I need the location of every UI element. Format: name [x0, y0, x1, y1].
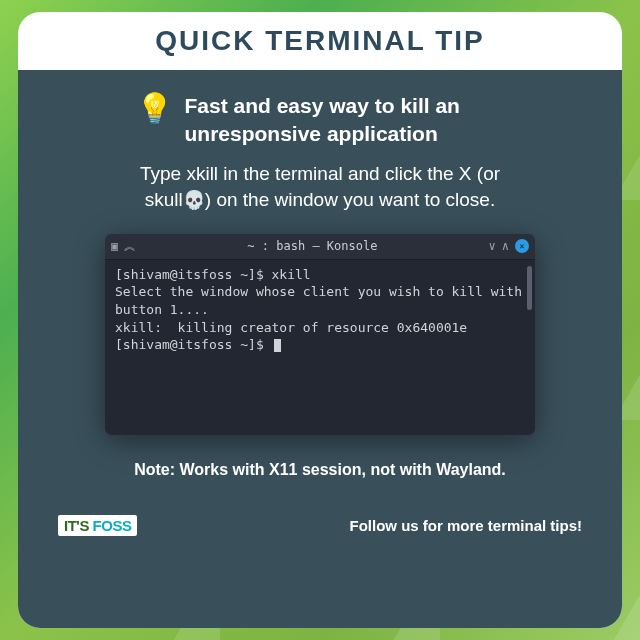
chevron-up-double-icon[interactable]: ︽ — [124, 238, 136, 255]
logo-its: IT'S — [64, 517, 89, 534]
headline-row: 💡 Fast and easy way to kill an unrespons… — [136, 92, 505, 149]
skull-icon: 💀 — [183, 191, 205, 211]
scrollbar-thumb[interactable] — [527, 266, 532, 310]
tip-note: Note: Works with X11 session, not with W… — [134, 461, 506, 479]
tip-instruction: Type xkill in the terminal and click the… — [130, 161, 510, 214]
card-footer: IT'S FOSS Follow us for more terminal ti… — [48, 479, 592, 536]
terminal-line: xkill: killing creator of resource 0x640… — [115, 319, 525, 337]
itsfoss-logo: IT'S FOSS — [58, 515, 137, 536]
terminal-window: ▣ ︽ ~ : bash — Konsole ∨ ∧ ✕ [shivam@its… — [105, 234, 535, 435]
terminal-app-icon: ▣ — [111, 239, 118, 253]
terminal-line: [shivam@itsfoss ~]$ xkill — [115, 266, 525, 284]
terminal-line: Select the window whose client you wish … — [115, 283, 525, 318]
follow-cta: Follow us for more terminal tips! — [349, 517, 582, 534]
page-title: QUICK TERMINAL TIP — [155, 25, 484, 57]
instruction-text-post: ) on the window you want to close. — [205, 189, 495, 210]
card-main: 💡 Fast and easy way to kill an unrespons… — [18, 70, 622, 628]
terminal-prompt: [shivam@itsfoss ~]$ — [115, 337, 272, 352]
terminal-title: ~ : bash — Konsole — [247, 239, 377, 253]
titlebar-left: ▣ ︽ — [111, 238, 136, 255]
terminal-line: [shivam@itsfoss ~]$ — [115, 336, 525, 354]
terminal-body[interactable]: [shivam@itsfoss ~]$ xkill Select the win… — [105, 260, 535, 435]
titlebar-right: ∨ ∧ ✕ — [489, 239, 529, 253]
card-header: QUICK TERMINAL TIP — [18, 12, 622, 70]
logo-foss: FOSS — [89, 517, 132, 534]
terminal-cursor — [274, 339, 281, 352]
minimize-icon[interactable]: ∨ — [489, 239, 496, 253]
terminal-titlebar: ▣ ︽ ~ : bash — Konsole ∨ ∧ ✕ — [105, 234, 535, 260]
close-icon[interactable]: ✕ — [515, 239, 529, 253]
tip-card: QUICK TERMINAL TIP 💡 Fast and easy way t… — [18, 12, 622, 628]
lightbulb-icon: 💡 — [136, 94, 173, 124]
tip-headline: Fast and easy way to kill an unresponsiv… — [185, 92, 505, 149]
maximize-icon[interactable]: ∧ — [502, 239, 509, 253]
